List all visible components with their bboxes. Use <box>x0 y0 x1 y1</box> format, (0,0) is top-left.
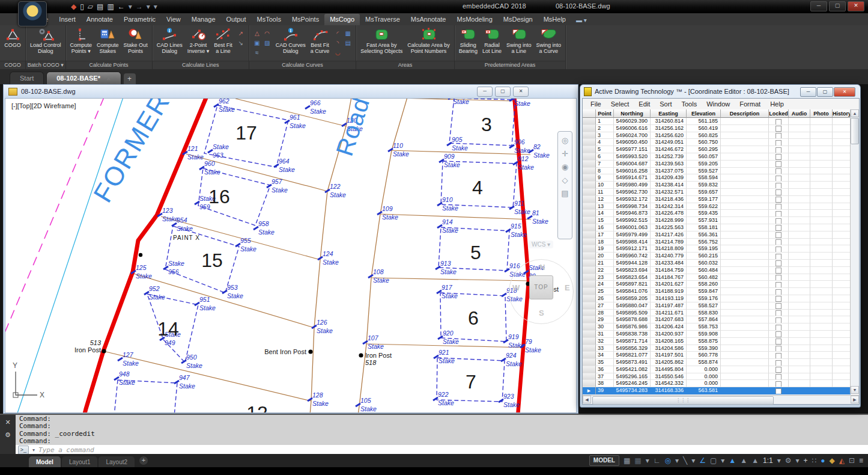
horizontal-scroll-thumb[interactable]: ⋮⋮⋮ <box>592 396 774 405</box>
coordinate-row[interactable]: 305495876.986314206.424558.753 <box>583 323 859 331</box>
drawing-restore-button[interactable]: ▢ <box>495 87 511 97</box>
editor-vertical-scrollbar[interactable]: ▲ ▼ <box>850 109 859 394</box>
orbit-icon[interactable]: ◇ <box>562 176 568 184</box>
group-label-predetermined-areas[interactable]: Predetermined Areas <box>455 61 565 69</box>
cad-lines-dialog-button[interactable]: CAD Lines Dialog <box>154 26 185 61</box>
tab-output[interactable]: Output <box>221 14 252 25</box>
row-selector[interactable] <box>583 161 596 168</box>
locked-checkbox[interactable] <box>775 331 782 337</box>
viewcube[interactable]: N W E S TOP <box>508 256 577 328</box>
coordinate-row[interactable]: 235495823.654314184.767560.482 <box>583 274 859 281</box>
row-selector[interactable] <box>583 146 596 153</box>
document-tab[interactable]: 08-102-BASE*✕ <box>46 72 121 84</box>
coordinate-row[interactable]: 165496001.063314225.563558.181 <box>583 224 859 231</box>
command-dropdown-icon[interactable]: ▾ <box>32 447 35 453</box>
tab-mstools[interactable]: MsTools <box>252 14 287 25</box>
row-selector[interactable] <box>583 245 596 253</box>
zoom-icon[interactable]: ◉ <box>562 163 568 171</box>
scroll-down-icon[interactable]: ▼ <box>851 386 859 394</box>
polar-tracking-icon[interactable]: ◎ <box>664 455 670 467</box>
model-tab[interactable]: Model <box>29 456 61 467</box>
showmotion-icon[interactable]: ▤ <box>561 189 568 197</box>
tab-msannotate[interactable]: MsAnnotate <box>405 14 452 25</box>
row-selector[interactable] <box>583 274 596 281</box>
coordinate-row[interactable]: 75496004.687314239.563559.205 <box>583 161 859 168</box>
locked-checkbox[interactable] <box>775 381 782 387</box>
menu-edit[interactable]: Edit <box>634 100 654 108</box>
snap-dropdown-icon[interactable]: ▾ <box>646 455 649 467</box>
command-tools-icon[interactable]: ⚙ <box>5 431 11 439</box>
scroll-right-icon[interactable]: ▶ <box>851 396 859 403</box>
header-point[interactable]: Point <box>596 109 614 118</box>
coordinate-row[interactable]: 35496024.700314256.620560.825 <box>583 132 859 139</box>
workspace-switching-icon[interactable]: ⚙ <box>785 455 792 467</box>
best-fit-line-button[interactable]: Best Fit a Line <box>211 26 235 61</box>
coordinate-row[interactable]: 245495897.821314201.627558.260 <box>583 281 859 288</box>
locked-checkbox[interactable] <box>775 197 782 203</box>
locked-checkbox[interactable] <box>775 254 782 260</box>
polar-dropdown-icon[interactable]: ▾ <box>675 455 679 467</box>
locked-checkbox[interactable] <box>775 211 782 217</box>
cogo-button[interactable]: COGO <box>2 26 23 61</box>
row-selector[interactable] <box>583 174 596 182</box>
save-icon[interactable]: ▤ <box>97 2 103 11</box>
command-prompt-icon[interactable]: >_ <box>18 446 29 455</box>
row-selector[interactable] <box>583 224 596 231</box>
coordinate-row[interactable]: 385495246.245314542.3320.000 <box>583 380 859 387</box>
locked-checkbox[interactable] <box>775 126 782 132</box>
image-tool-icon[interactable]: ▣ <box>252 38 262 48</box>
header-northing[interactable]: Northing <box>614 109 651 118</box>
locked-checkbox[interactable] <box>775 367 782 373</box>
coordinate-row[interactable]: 325495871.714314208.165558.875 <box>583 338 859 345</box>
osnap-tracking-dropdown-icon[interactable]: ▾ <box>691 455 695 467</box>
grid-display-icon[interactable]: ▦ <box>624 455 630 467</box>
line-tool-down-icon[interactable]: ↘ <box>236 38 246 48</box>
model-space-button[interactable]: MODEL <box>589 455 619 466</box>
coordinate-row[interactable]: 135495998.734314242.314559.622 <box>583 203 859 210</box>
coordinate-row[interactable]: 65495993.520314252.739560.057 <box>583 153 859 161</box>
locked-checkbox[interactable] <box>775 317 782 323</box>
coordinate-row[interactable]: 95495914.671314209.439558.594 <box>583 174 859 182</box>
header-audio[interactable]: Audio <box>789 109 810 118</box>
dynamic-input-icon[interactable]: ▢ <box>710 455 717 467</box>
compute-points-button[interactable]: Compute Points ▾ <box>68 26 95 61</box>
stake-out-points-button[interactable]: Stake Out Points <box>121 26 150 61</box>
viewcube-north[interactable]: N <box>539 263 545 272</box>
red-arc-tool-icon[interactable]: ◡ <box>333 48 342 57</box>
row-selector[interactable] <box>583 196 596 203</box>
header-photo[interactable]: Photo <box>810 109 833 118</box>
locked-checkbox[interactable] <box>775 247 782 253</box>
table-export-tool-icon[interactable]: ▤ <box>343 38 353 48</box>
locked-checkbox[interactable] <box>775 239 782 245</box>
menu-select[interactable]: Select <box>607 100 634 108</box>
coordinate-row[interactable]: 335495856.329314204.586559.390 <box>583 345 859 352</box>
coordinate-row[interactable]: 185495988.414314214.789556.752 <box>583 239 859 246</box>
tab-msdesign[interactable]: MsDesign <box>498 14 538 25</box>
command-history[interactable]: Command:Command:Command: _coordeditComma… <box>16 415 868 445</box>
tab-manage[interactable]: Manage <box>186 14 221 25</box>
site-plan-drawing[interactable]: 962Stake966Stake961Stake120Stake121Stake… <box>5 99 576 412</box>
editor-close-button[interactable]: ✕ <box>834 87 855 97</box>
viewcube-east[interactable]: E <box>565 283 570 292</box>
layout2-tab[interactable]: Layout2 <box>99 456 135 467</box>
coordinate-row[interactable]: 365495421.082314495.8040.000 <box>583 366 859 373</box>
viewport-controls-label[interactable]: [-][Top][2D Wireframe] <box>11 102 76 109</box>
new-layout-button[interactable]: + <box>139 456 148 465</box>
coordinate-row[interactable]: 375495296.165314550.5460.000 <box>583 373 859 381</box>
row-selector[interactable] <box>583 210 596 217</box>
row-selector[interactable] <box>583 253 596 260</box>
close-button[interactable]: ✕ <box>848 1 864 11</box>
coordinate-row[interactable]: 55495977.151314246.672560.295 <box>583 146 859 153</box>
swing-into-curve-button[interactable]: Swing into a Curve <box>533 26 563 61</box>
locked-checkbox[interactable] <box>775 296 782 302</box>
graphics-warning-icon[interactable]: ◆ <box>829 455 834 467</box>
coordinate-row[interactable]: 345495821.077314197.501560.778 <box>583 352 859 359</box>
arc-tool-icon[interactable]: ◠ <box>263 29 272 38</box>
annotation-visibility-icon[interactable]: ▲ <box>729 455 736 467</box>
plot-icon[interactable]: ▥ <box>107 2 114 11</box>
menu-window[interactable]: Window <box>702 100 734 108</box>
locked-checkbox[interactable] <box>775 353 782 359</box>
row-selector[interactable] <box>583 288 596 295</box>
customization-icon[interactable]: ≡ <box>859 455 863 467</box>
coordinate-row[interactable]: 145495946.873314226.478559.435 <box>583 210 859 217</box>
